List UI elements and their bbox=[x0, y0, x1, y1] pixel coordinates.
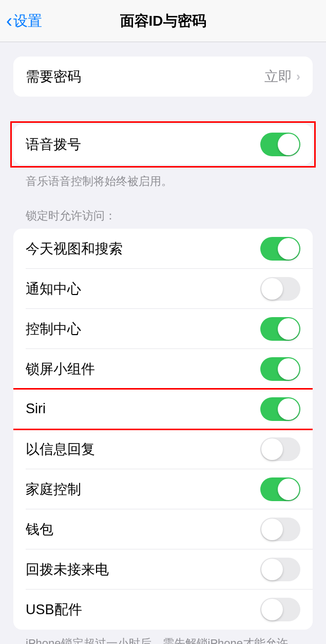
lock-access-toggle[interactable] bbox=[260, 598, 300, 621]
lock-access-cell: 今天视图和搜索 bbox=[13, 229, 313, 269]
chevron-left-icon: ‹ bbox=[6, 10, 12, 32]
lock-access-toggle[interactable] bbox=[260, 518, 300, 541]
lock-access-label: 钱包 bbox=[26, 520, 53, 539]
lock-access-label: USB配件 bbox=[26, 600, 82, 619]
voice-dial-toggle[interactable] bbox=[260, 133, 300, 156]
lock-access-header: 锁定时允许访问： bbox=[0, 208, 326, 229]
back-label: 设置 bbox=[13, 11, 42, 31]
lock-access-cell: USB配件 bbox=[13, 590, 313, 630]
lock-access-toggle[interactable] bbox=[260, 558, 300, 581]
lock-access-toggle[interactable] bbox=[260, 237, 300, 261]
lock-access-label: 控制中心 bbox=[26, 320, 81, 338]
lock-access-cell: 通知中心 bbox=[13, 269, 313, 309]
back-button[interactable]: ‹ 设置 bbox=[0, 10, 42, 32]
lock-access-toggle[interactable] bbox=[260, 477, 300, 501]
lock-access-footer: iPhone锁定超过一小时后，需先解锁iPhone才能允许USB配件连接。 bbox=[0, 630, 326, 644]
highlight-voice-dial: 语音拨号 bbox=[10, 121, 316, 168]
page-title: 面容ID与密码 bbox=[120, 11, 206, 31]
navigation-header: ‹ 设置 面容ID与密码 bbox=[0, 0, 326, 42]
lock-access-toggle[interactable] bbox=[260, 277, 300, 301]
lock-access-toggle[interactable] bbox=[260, 357, 300, 381]
lock-access-label: 通知中心 bbox=[26, 280, 81, 298]
lock-access-cell: Siri bbox=[13, 389, 313, 429]
lock-access-label: 以信息回复 bbox=[26, 440, 95, 458]
lock-access-toggle[interactable] bbox=[260, 437, 300, 461]
lock-access-cell: 锁屏小组件 bbox=[13, 349, 313, 389]
chevron-right-icon: › bbox=[296, 69, 300, 84]
lock-access-toggle[interactable] bbox=[260, 397, 300, 421]
lock-access-cell: 钱包 bbox=[13, 509, 313, 549]
lock-access-label: Siri bbox=[26, 401, 46, 417]
require-passcode-label: 需要密码 bbox=[26, 67, 81, 86]
lock-access-label: 锁屏小组件 bbox=[26, 360, 95, 378]
lock-access-label: 回拨未接来电 bbox=[26, 560, 109, 579]
lock-access-cell: 家庭控制 bbox=[13, 469, 313, 509]
voice-dial-cell: 语音拨号 bbox=[13, 124, 313, 164]
require-passcode-group: 需要密码 立即 › bbox=[13, 57, 313, 97]
lock-access-cell: 以信息回复 bbox=[13, 429, 313, 469]
lock-access-toggle[interactable] bbox=[260, 317, 300, 341]
lock-access-label: 家庭控制 bbox=[26, 480, 81, 499]
voice-dial-label: 语音拨号 bbox=[26, 135, 81, 154]
require-passcode-value: 立即 bbox=[264, 67, 292, 86]
lock-access-group: 今天视图和搜索通知中心控制中心锁屏小组件Siri以信息回复家庭控制钱包回拨未接来… bbox=[13, 229, 313, 630]
voice-dial-footer: 音乐语音控制将始终被启用。 bbox=[0, 168, 326, 190]
voice-dial-group: 语音拨号 bbox=[13, 124, 313, 164]
lock-access-cell: 回拨未接来电 bbox=[13, 549, 313, 590]
lock-access-cell: 控制中心 bbox=[13, 309, 313, 349]
require-passcode-cell[interactable]: 需要密码 立即 › bbox=[13, 57, 313, 97]
lock-access-label: 今天视图和搜索 bbox=[26, 240, 123, 258]
